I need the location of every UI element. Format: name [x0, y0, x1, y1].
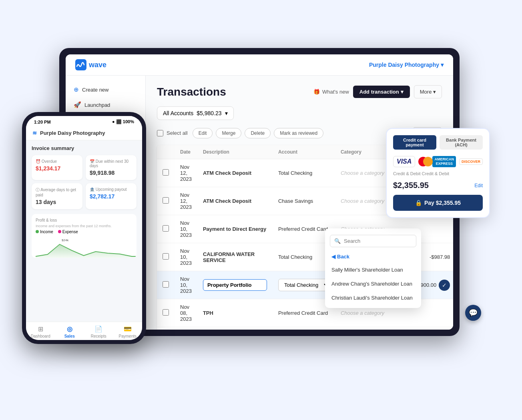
pnl-chart: Profit & loss Income and expenses from t…	[32, 214, 137, 258]
rocket-icon: 🚀	[74, 101, 81, 108]
account-selector[interactable]: All Accounts $5,980.23 ▾	[157, 106, 234, 120]
svg-text:$24k: $24k	[62, 238, 69, 242]
chevron-down-icon: ▾	[225, 110, 228, 116]
header-actions: 🎁 What's new Add transaction ▾ More ▾	[313, 85, 442, 98]
col-date: Date	[175, 145, 197, 159]
mark-reviewed-button[interactable]: Mark as reviewed	[274, 128, 323, 138]
pay-button[interactable]: 🔒 Pay $2,355.95	[393, 195, 483, 211]
col-description: Description	[197, 145, 273, 159]
account-dropdown[interactable]: Total Checking	[278, 279, 329, 291]
payment-card-tabs: Credit card payment Bank Payment (ACH)	[393, 135, 483, 150]
pnl-title: Profit & loss	[36, 218, 133, 222]
phone-company-name: Purple Daisy Photography	[40, 130, 105, 136]
overdue-card: ⏰ Overdue $1,234.17	[32, 155, 82, 180]
create-new-item[interactable]: ⊕ Create new	[66, 82, 145, 97]
dropdown-item[interactable]: Sally Miller's Shareholder Loan	[325, 263, 421, 277]
edit-button[interactable]: Edit	[193, 128, 213, 138]
cell-description: Payment to Direct Energy	[197, 215, 273, 243]
row-checkbox[interactable]	[163, 169, 169, 176]
phone-header: ≋ Purple Daisy Photography	[26, 126, 142, 140]
phone-bottom-nav: ⊞ Dashboard ◎ Sales 📄 Receipts 💳 Payment…	[26, 322, 142, 340]
add-transaction-button[interactable]: Add transaction ▾	[353, 86, 410, 98]
payments-icon: 💳	[124, 325, 132, 333]
bank-payment-tab[interactable]: Bank Payment (ACH)	[440, 135, 483, 150]
chat-bubble-button[interactable]: 💬	[465, 305, 481, 321]
cell-description: ATM Check Deposit	[197, 187, 273, 215]
due30-card: 📅 Due within next 30 days $9,918.98	[86, 155, 137, 180]
wave-header: wave Purple Daisy Photography ▾	[66, 54, 453, 76]
due30-value: $9,918.98	[90, 170, 133, 176]
select-all-checkbox[interactable]	[157, 130, 163, 136]
chat-icon: 💬	[469, 308, 478, 317]
chart-legend: Income Expense	[36, 230, 133, 234]
back-arrow-icon: ◀	[331, 254, 335, 260]
category-dropdown: 🔍 ◀ Back Sally Miller's Shareholder Loan…	[325, 228, 421, 308]
col-account: Account	[273, 145, 335, 159]
row-checkbox[interactable]	[163, 197, 169, 204]
nav-dashboard[interactable]: ⊞ Dashboard	[26, 325, 55, 338]
dropdown-search-container: 🔍	[330, 235, 416, 247]
confirm-button[interactable]: ✓	[439, 280, 450, 291]
edit-link[interactable]: Edit	[474, 183, 483, 188]
sales-icon: ◎	[67, 325, 72, 333]
row-checkbox[interactable]	[163, 225, 169, 232]
dashboard-icon: ⊞	[38, 325, 43, 333]
avg-days-card: ⓘ Average days to get paid 13 days	[32, 183, 82, 209]
phone-time: 1:20 PM	[34, 120, 51, 124]
mastercard-logo	[418, 157, 429, 166]
cell-account: Total Checking	[273, 327, 335, 330]
dropdown-item[interactable]: Andrew Chang's Shareholder Loan	[325, 277, 421, 291]
cell-date: Nov 10, 2023	[175, 243, 197, 271]
cell-category[interactable]: Choose a category	[341, 198, 384, 204]
category-search-input[interactable]	[344, 238, 412, 244]
nav-receipts[interactable]: 📄 Receipts	[84, 325, 113, 338]
cell-description: ATM Check Deposit	[197, 159, 273, 187]
status-bar: 1:20 PM ● ⬛ 100%	[26, 116, 142, 126]
page-header: Transactions 🎁 What's new Add transactio…	[157, 85, 442, 98]
lock-icon: 🔒	[415, 200, 422, 206]
chevron-down-icon: ▾	[401, 89, 404, 95]
card-logos: VISA AMERICANEXPRESS DISCOVER	[393, 156, 483, 167]
phone-wave-logo: ≋	[32, 130, 37, 136]
search-icon: 🔍	[334, 238, 341, 244]
col-checkbox	[157, 145, 175, 159]
row-checkbox[interactable]	[163, 253, 169, 260]
cell-category[interactable]: Choose a category	[341, 310, 384, 316]
merge-button[interactable]: Merge	[216, 128, 241, 138]
cell-date: Nov 10, 2023	[175, 271, 197, 299]
cell-date: Nov 10, 2023	[175, 215, 197, 243]
nav-payments[interactable]: 💳 Payments	[113, 325, 143, 338]
wave-logo-icon	[75, 59, 86, 70]
row-checkbox[interactable]	[163, 281, 169, 288]
card-amount-row: $2,355.95 Edit	[393, 181, 483, 190]
select-all-label: Select all	[167, 130, 188, 136]
mini-chart: $24k	[36, 236, 133, 258]
dropdown-back-button[interactable]: ◀ Back	[325, 250, 421, 263]
cell-category[interactable]: Choose a category	[341, 170, 384, 176]
upcoming-card: 🏦 Upcoming payout $2,782.17	[86, 183, 137, 209]
more-button[interactable]: More ▾	[414, 85, 442, 98]
wave-logo: wave	[75, 59, 106, 70]
nav-sales[interactable]: ◎ Sales	[55, 325, 84, 338]
cell-date: Nov 08, 2023	[175, 299, 197, 327]
avg-days-value: 13 days	[36, 199, 78, 205]
company-selector[interactable]: Purple Daisy Photography ▾	[369, 62, 444, 68]
delete-button[interactable]: Delete	[245, 128, 271, 138]
overdue-value: $1,234.17	[36, 165, 78, 172]
description-field[interactable]	[203, 279, 267, 291]
status-icons: ● ⬛ 100%	[112, 119, 134, 124]
dropdown-item[interactable]: Christian Laudi's Shareholder Loan	[325, 291, 421, 305]
card-amount: $2,355.95	[393, 181, 429, 190]
avg-days-label: ⓘ Average days to get paid	[36, 187, 78, 197]
whats-new-button[interactable]: 🎁 What's new	[313, 89, 349, 95]
cell-date: Nov 12, 2023	[175, 187, 197, 215]
credit-card-tab[interactable]: Credit card payment	[393, 135, 436, 150]
launchpad-item[interactable]: 🚀 Launchpad	[66, 97, 145, 112]
page-title: Transactions	[157, 86, 226, 98]
cell-account: Total Checking	[273, 159, 335, 187]
svg-rect-0	[75, 59, 86, 70]
phone-screen: 1:20 PM ● ⬛ 100% ≋ Purple Daisy Photogra…	[26, 116, 142, 340]
cell-account: Chase Savings	[273, 187, 335, 215]
pnl-subtitle: Income and expenses from the past 12 mon…	[36, 224, 133, 228]
row-checkbox[interactable]	[163, 309, 169, 316]
